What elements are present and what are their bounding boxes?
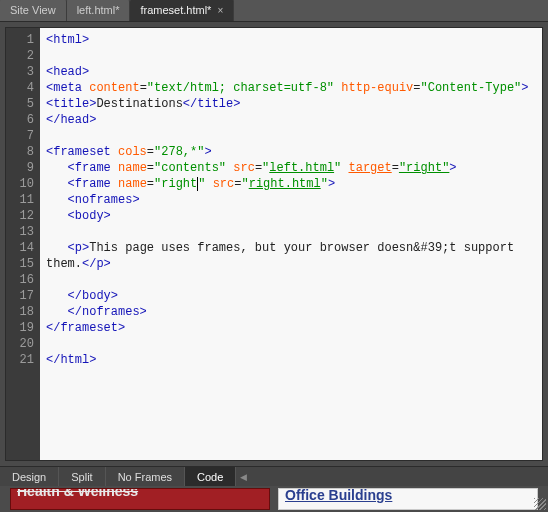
tab-left-html[interactable]: left.html* bbox=[67, 0, 131, 21]
line-number: 13 bbox=[6, 224, 34, 240]
code-str: "278,*" bbox=[154, 145, 204, 159]
code-attr: src bbox=[213, 177, 235, 191]
editor-shell: 123456789101112131415161718192021 <html>… bbox=[0, 22, 548, 466]
tab-frameset-html[interactable]: frameset.html* × bbox=[130, 0, 234, 21]
code-str: "right" bbox=[399, 161, 449, 175]
scroll-hint: ◀ bbox=[236, 472, 548, 482]
code-link[interactable]: right.html bbox=[249, 177, 321, 191]
code-tag: </frameset> bbox=[46, 321, 125, 335]
view-label: Design bbox=[12, 471, 46, 483]
code-attr: name bbox=[118, 177, 147, 191]
preview-left-text: Health & Wellness bbox=[17, 488, 138, 499]
view-label: No Frames bbox=[118, 471, 172, 483]
tab-site-view[interactable]: Site View bbox=[0, 0, 67, 21]
line-number: 7 bbox=[6, 128, 34, 144]
code-tag: <frame bbox=[68, 161, 111, 175]
code-editor[interactable]: 123456789101112131415161718192021 <html>… bbox=[5, 27, 543, 461]
line-number: 3 bbox=[6, 64, 34, 80]
view-label: Split bbox=[71, 471, 92, 483]
preview-right-frame: Office Buildings bbox=[278, 488, 538, 510]
code-tag: <title> bbox=[46, 97, 96, 111]
code-attr: src bbox=[233, 161, 255, 175]
line-number: 15 bbox=[6, 256, 34, 272]
code-text: them. bbox=[46, 257, 82, 271]
code-str: "Content-Type" bbox=[421, 81, 522, 95]
code-tag: > bbox=[449, 161, 456, 175]
code-tag: <frameset bbox=[46, 145, 111, 159]
line-number: 17 bbox=[6, 288, 34, 304]
code-str: " bbox=[198, 177, 205, 191]
view-mode-bar: Design Split No Frames Code ◀ bbox=[0, 466, 548, 486]
code-tag: <noframes> bbox=[68, 193, 140, 207]
code-text: This page uses frames, but your browser … bbox=[89, 241, 514, 255]
line-number: 19 bbox=[6, 320, 34, 336]
line-gutter: 123456789101112131415161718192021 bbox=[6, 28, 40, 460]
code-str: " bbox=[334, 161, 341, 175]
tab-bar: Site View left.html* frameset.html* × bbox=[0, 0, 548, 22]
code-tag: > bbox=[521, 81, 528, 95]
code-attr: cols bbox=[118, 145, 147, 159]
code-str: " bbox=[241, 177, 248, 191]
view-noframes[interactable]: No Frames bbox=[106, 467, 185, 486]
code-area[interactable]: <html> <head> <meta content="text/html; … bbox=[40, 28, 542, 460]
code-tag: > bbox=[204, 145, 211, 159]
code-str: "contents" bbox=[154, 161, 226, 175]
resize-grip-icon[interactable] bbox=[534, 498, 546, 510]
preview-left-frame: Health & Wellness bbox=[10, 488, 270, 510]
code-tag: </noframes> bbox=[68, 305, 147, 319]
line-number: 6 bbox=[6, 112, 34, 128]
code-tag: <head> bbox=[46, 65, 89, 79]
code-tag: <html> bbox=[46, 33, 89, 47]
code-tag: <frame bbox=[68, 177, 111, 191]
code-attr: http-equiv bbox=[341, 81, 413, 95]
code-tag: </p> bbox=[82, 257, 111, 271]
code-attr: name bbox=[118, 161, 147, 175]
code-attr: target bbox=[349, 161, 392, 175]
line-number: 5 bbox=[6, 96, 34, 112]
line-number: 4 bbox=[6, 80, 34, 96]
tab-label: frameset.html* bbox=[140, 4, 211, 16]
line-number: 12 bbox=[6, 208, 34, 224]
line-number: 16 bbox=[6, 272, 34, 288]
code-tag: </body> bbox=[68, 289, 118, 303]
tab-label: left.html* bbox=[77, 4, 120, 16]
code-tag: </html> bbox=[46, 353, 96, 367]
preview-right-text: Office Buildings bbox=[285, 488, 392, 503]
preview-strip: Health & Wellness Office Buildings bbox=[0, 486, 548, 512]
code-text: Destinations bbox=[96, 97, 182, 111]
line-number: 11 bbox=[6, 192, 34, 208]
view-code[interactable]: Code bbox=[185, 467, 236, 486]
code-str: "text/html; charset=utf-8" bbox=[147, 81, 334, 95]
line-number: 20 bbox=[6, 336, 34, 352]
line-number: 2 bbox=[6, 48, 34, 64]
view-split[interactable]: Split bbox=[59, 467, 105, 486]
line-number: 8 bbox=[6, 144, 34, 160]
chevron-left-icon[interactable]: ◀ bbox=[240, 472, 247, 482]
code-tag: <meta bbox=[46, 81, 82, 95]
code-tag: <p> bbox=[68, 241, 90, 255]
code-str: "right bbox=[154, 177, 197, 191]
code-str: " bbox=[321, 177, 328, 191]
code-link[interactable]: left.html bbox=[269, 161, 334, 175]
line-number: 18 bbox=[6, 304, 34, 320]
tab-label: Site View bbox=[10, 4, 56, 16]
code-tag: </title> bbox=[183, 97, 241, 111]
line-number: 14 bbox=[6, 240, 34, 256]
code-tag: <body> bbox=[68, 209, 111, 223]
code-tag: </head> bbox=[46, 113, 96, 127]
view-label: Code bbox=[197, 471, 223, 483]
view-design[interactable]: Design bbox=[0, 467, 59, 486]
line-number: 1 bbox=[6, 32, 34, 48]
line-number: 10 bbox=[6, 176, 34, 192]
line-number: 21 bbox=[6, 352, 34, 368]
line-number: 9 bbox=[6, 160, 34, 176]
code-attr: content bbox=[89, 81, 139, 95]
code-tag: > bbox=[328, 177, 335, 191]
close-icon[interactable]: × bbox=[217, 5, 223, 16]
